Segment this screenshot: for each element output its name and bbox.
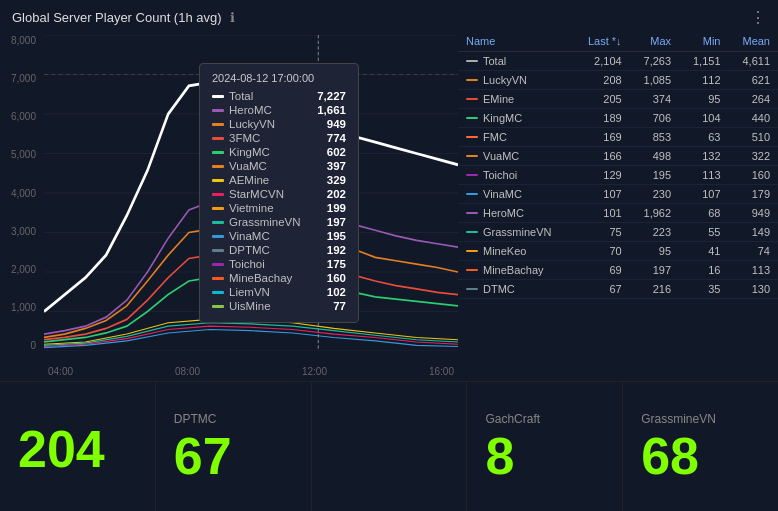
tooltip-server-value: 197 bbox=[327, 216, 346, 228]
tooltip-server-name: 3FMC bbox=[229, 132, 260, 144]
tooltip-label: DPTMC bbox=[212, 244, 270, 256]
table-cell-min: 35 bbox=[679, 280, 728, 299]
chart-svg: 2024-08-12 17:00:00 Total 7,227 HeroMC 1… bbox=[44, 35, 458, 351]
tooltip-server-value: 1,661 bbox=[317, 104, 346, 116]
col-max[interactable]: Max bbox=[630, 31, 679, 52]
tooltip-dot bbox=[212, 151, 224, 154]
tooltip-dot bbox=[212, 123, 224, 126]
table-cell-mean: 160 bbox=[729, 166, 779, 185]
table-cell-mean: 113 bbox=[729, 261, 779, 280]
table-cell-max: 853 bbox=[630, 128, 679, 147]
table-row: Total 2,104 7,263 1,151 4,611 bbox=[458, 52, 778, 71]
tooltip-label: Vietmine bbox=[212, 202, 274, 214]
table-cell-max: 197 bbox=[630, 261, 679, 280]
tooltip-server-name: Total bbox=[229, 90, 253, 102]
tooltip-server-value: 175 bbox=[327, 258, 346, 270]
col-name[interactable]: Name bbox=[458, 31, 573, 52]
tooltip-server-value: 602 bbox=[327, 146, 346, 158]
table-cell-min: 41 bbox=[679, 242, 728, 261]
table-cell-last: 67 bbox=[573, 280, 629, 299]
tooltip-label: UisMine bbox=[212, 300, 271, 312]
row-server-name: VuaMC bbox=[483, 150, 519, 162]
tooltip-label: AEMine bbox=[212, 174, 269, 186]
tooltip-server-name: LuckyVN bbox=[229, 118, 275, 130]
stat-label-4: GrassmineVN bbox=[641, 412, 716, 426]
tooltip-server-name: StarMCVN bbox=[229, 188, 284, 200]
tooltip-row: HeroMC 1,661 bbox=[212, 104, 346, 116]
tooltip-label: LuckyVN bbox=[212, 118, 275, 130]
tooltip-dot bbox=[212, 109, 224, 112]
tooltip-server-value: 774 bbox=[327, 132, 346, 144]
tooltip-server-value: 202 bbox=[327, 188, 346, 200]
bottom-stats-row: 204 DPTMC 67 GachCraft 8 GrassmineVN 68 bbox=[0, 381, 778, 511]
stat-card-0: 204 bbox=[0, 382, 156, 511]
table-cell-min: 16 bbox=[679, 261, 728, 280]
stat-card-2 bbox=[312, 382, 468, 511]
table-cell-mean: 130 bbox=[729, 280, 779, 299]
table-row: DTMC 67 216 35 130 bbox=[458, 280, 778, 299]
row-server-name: LuckyVN bbox=[483, 74, 527, 86]
tooltip: 2024-08-12 17:00:00 Total 7,227 HeroMC 1… bbox=[199, 63, 359, 323]
tooltip-label: Toichoi bbox=[212, 258, 265, 270]
tooltip-dot bbox=[212, 263, 224, 266]
stat-value-4: 68 bbox=[641, 430, 699, 482]
table-cell-max: 374 bbox=[630, 90, 679, 109]
tooltip-label: StarMCVN bbox=[212, 188, 284, 200]
tooltip-dot bbox=[212, 95, 224, 98]
table-cell-max: 230 bbox=[630, 185, 679, 204]
table-cell-last: 101 bbox=[573, 204, 629, 223]
table-cell-mean: 949 bbox=[729, 204, 779, 223]
tooltip-label: 3FMC bbox=[212, 132, 260, 144]
table-panel: Name Last *↓ Max Min Mean Total 2,104 7,… bbox=[458, 31, 778, 381]
tooltip-label: VuaMC bbox=[212, 160, 267, 172]
tooltip-row: KingMC 602 bbox=[212, 146, 346, 158]
col-min[interactable]: Min bbox=[679, 31, 728, 52]
tooltip-dot bbox=[212, 291, 224, 294]
table-cell-mean: 149 bbox=[729, 223, 779, 242]
table-cell-name: GrassmineVN bbox=[458, 223, 573, 241]
table-cell-name: EMine bbox=[458, 90, 573, 108]
table-cell-name: FMC bbox=[458, 128, 573, 146]
x-label-0800: 08:00 bbox=[175, 366, 200, 377]
table-row: LuckyVN 208 1,085 112 621 bbox=[458, 71, 778, 90]
chart-title: Global Server Player Count (1h avg) bbox=[12, 10, 222, 25]
row-color-indicator bbox=[466, 60, 478, 62]
table-row: FMC 169 853 63 510 bbox=[458, 128, 778, 147]
info-icon[interactable]: ℹ bbox=[230, 10, 235, 25]
y-label-8000: 8,000 bbox=[11, 35, 36, 46]
row-server-name: Toichoi bbox=[483, 169, 517, 181]
data-table: Name Last *↓ Max Min Mean Total 2,104 7,… bbox=[458, 31, 778, 299]
tooltip-row: UisMine 77 bbox=[212, 300, 346, 312]
tooltip-server-name: DPTMC bbox=[229, 244, 270, 256]
table-cell-name: HeroMC bbox=[458, 204, 573, 222]
table-row: MineKeo 70 95 41 74 bbox=[458, 242, 778, 261]
table-cell-mean: 4,611 bbox=[729, 52, 779, 71]
table-cell-last: 166 bbox=[573, 147, 629, 166]
y-label-0: 0 bbox=[30, 340, 36, 351]
table-cell-name: LuckyVN bbox=[458, 71, 573, 89]
tooltip-server-name: LiemVN bbox=[229, 286, 270, 298]
menu-icon[interactable]: ⋮ bbox=[750, 8, 766, 27]
col-mean[interactable]: Mean bbox=[729, 31, 779, 52]
row-color-indicator bbox=[466, 98, 478, 100]
row-server-name: EMine bbox=[483, 93, 514, 105]
tooltip-server-name: UisMine bbox=[229, 300, 271, 312]
y-label-5000: 5,000 bbox=[11, 149, 36, 160]
stat-value-1: 67 bbox=[174, 430, 232, 482]
tooltip-server-value: 102 bbox=[327, 286, 346, 298]
tooltip-row: StarMCVN 202 bbox=[212, 188, 346, 200]
tooltip-server-value: 397 bbox=[327, 160, 346, 172]
y-label-7000: 7,000 bbox=[11, 73, 36, 84]
tooltip-server-name: VinaMC bbox=[229, 230, 270, 242]
col-last[interactable]: Last *↓ bbox=[573, 31, 629, 52]
row-color-indicator bbox=[466, 136, 478, 138]
table-cell-name: Toichoi bbox=[458, 166, 573, 184]
y-label-1000: 1,000 bbox=[11, 302, 36, 313]
tooltip-row: AEMine 329 bbox=[212, 174, 346, 186]
tooltip-server-name: Toichoi bbox=[229, 258, 265, 270]
row-server-name: MineBachay bbox=[483, 264, 544, 276]
table-scroll[interactable]: Name Last *↓ Max Min Mean Total 2,104 7,… bbox=[458, 31, 778, 381]
table-cell-min: 112 bbox=[679, 71, 728, 90]
table-cell-name: VuaMC bbox=[458, 147, 573, 165]
tooltip-server-name: MineBachay bbox=[229, 272, 292, 284]
